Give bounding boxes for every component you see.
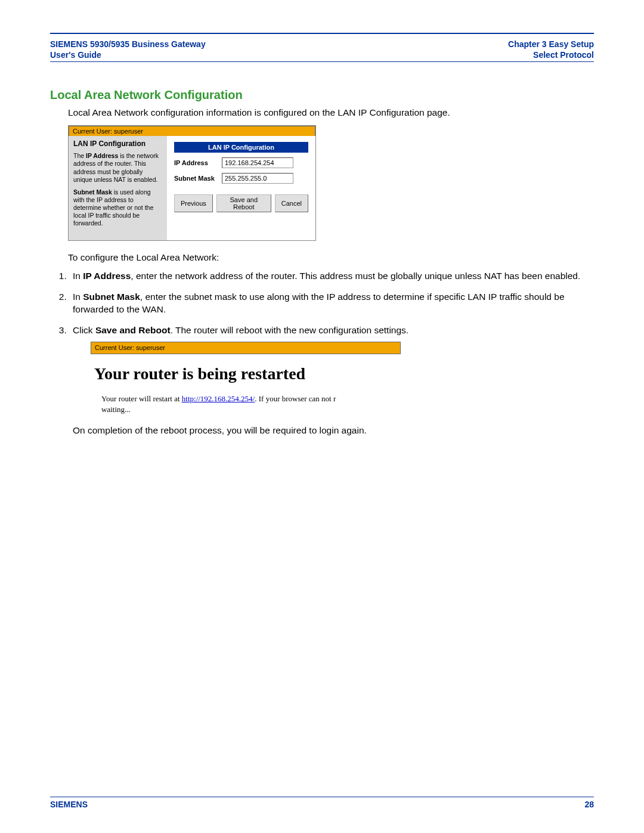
subnet-mask-label: Subnet Mask <box>174 175 222 182</box>
ip-address-label: IP Address <box>174 159 222 166</box>
after-restart-text: On completion of the reboot process, you… <box>73 425 594 437</box>
config-form: LAN IP Configuration IP Address Subnet M… <box>167 136 315 240</box>
footer-page-number: 28 <box>584 800 594 809</box>
help-panel: LAN IP Configuration The IP Address is t… <box>69 136 167 240</box>
cancel-button[interactable]: Cancel <box>275 194 308 212</box>
step-1: In IP Address, enter the network address… <box>69 270 594 283</box>
page-header: SIEMENS 5930/5935 Business Gateway User'… <box>50 36 594 61</box>
current-user-bar: Current User: superuser <box>69 126 315 136</box>
help-mask-text: Subnet Mask is used along with the IP ad… <box>73 188 162 228</box>
current-user-bar-2: Current User: superuser <box>91 342 401 354</box>
save-reboot-button[interactable]: Save and Reboot <box>216 194 271 212</box>
restart-link[interactable]: http://192.168.254.254/ <box>182 394 255 403</box>
step-3: Click Save and Reboot. The router will r… <box>69 324 594 437</box>
restart-message: Your router will restart at http://192.1… <box>101 394 401 415</box>
configure-intro: To configure the Local Area Network: <box>68 252 594 264</box>
header-left-line1: SIEMENS 5930/5935 Business Gateway <box>50 39 206 49</box>
subnet-mask-input[interactable] <box>222 173 293 184</box>
header-rule-bottom <box>50 61 594 62</box>
header-left-line2: User's Guide <box>50 49 206 60</box>
help-ip-text: The IP Address is the network address of… <box>73 152 162 184</box>
header-right-line1: Chapter 3 Easy Setup <box>508 39 594 49</box>
intro-text: Local Area Network configuration informa… <box>68 107 594 119</box>
steps-list: In IP Address, enter the network address… <box>69 270 594 437</box>
section-title: Local Area Network Configuration <box>50 88 594 102</box>
footer-brand: SIEMENS <box>50 800 88 809</box>
header-rule-top <box>50 33 594 34</box>
lan-config-screenshot: Current User: superuser LAN IP Configura… <box>68 125 316 241</box>
restart-screenshot: Current User: superuser Your router is b… <box>91 342 401 415</box>
page-footer: SIEMENS 28 <box>50 797 594 809</box>
header-right-line2: Select Protocol <box>508 49 594 60</box>
restart-heading: Your router is being restarted <box>94 363 401 385</box>
help-panel-title: LAN IP Configuration <box>73 140 162 148</box>
previous-button[interactable]: Previous <box>174 194 213 212</box>
step-2: In Subnet Mask, enter the subnet mask to… <box>69 291 594 316</box>
config-form-header: LAN IP Configuration <box>174 142 308 153</box>
ip-address-input[interactable] <box>222 157 293 168</box>
